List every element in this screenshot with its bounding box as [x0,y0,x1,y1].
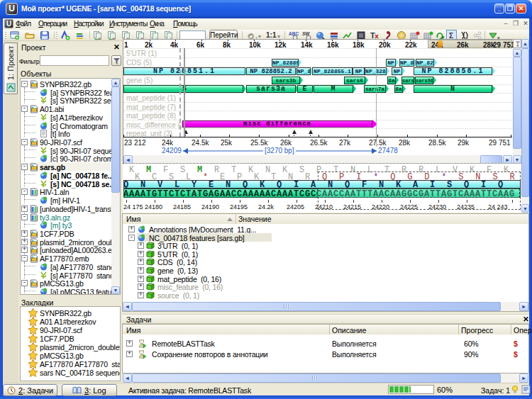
svg-text:ABC: ABC [289,31,299,36]
